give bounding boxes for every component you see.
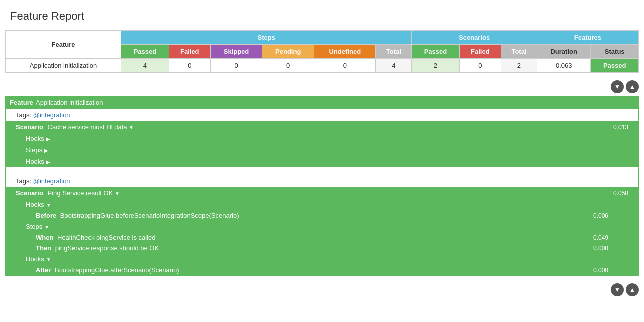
scenario-2-tag: @integration [33,178,70,185]
nav-down-button[interactable]: ▼ [611,80,624,94]
scenario-2-before-item: Before BootstrappingGlue.beforeScenarioI… [6,210,638,221]
scenario-2-after-duration: 0.000 [593,267,608,274]
feature-section: FeatureApplication initialization Tags: … [5,96,639,276]
col-steps-passed: Passed [121,45,169,59]
scenario-2-hooks-after-header[interactable]: Hooks [6,254,638,265]
col-steps-skipped: Skipped [210,45,262,59]
scenario-1-container: Tags: @integration Scenario Cache servic… [6,109,638,168]
col-steps-pending: Pending [262,45,314,59]
scenario-1-hooks-before-arrow [46,135,50,142]
cell-steps-failed: 0 [169,59,210,73]
cell-steps-passed: 4 [121,59,169,73]
group-scenarios: Scenarios [412,31,537,45]
scenario-2-hooks-after-arrow [46,256,51,263]
cell-duration: 0.063 [537,59,591,73]
scenario-1-hooks-before[interactable]: Hooks [6,133,638,144]
scenario-2-step-1: When HealthCheck pingService is called 0… [6,232,638,243]
scenario-2-tags-row: Tags: @integration [6,175,638,188]
scenario-1-title: Scenario Cache service must fill data [16,124,134,131]
scenario-2-step-2-keyword: Then [36,244,51,252]
col-steps-undefined: Undefined [314,45,376,59]
feature-label-keyword: Feature [10,99,33,106]
scenario-2-duration: 0.050 [613,190,628,197]
nav-up-button-bottom[interactable]: ▲ [626,284,639,296]
scenario-2-step-2: Then pingService response should be OK 0… [6,243,638,254]
scenario-2-steps-header[interactable]: Steps [6,221,638,232]
cell-sc-passed: 2 [412,59,459,73]
scenario-2-keyword: Scenario [16,190,43,197]
scenario-2-before-duration: 0.006 [593,212,608,220]
cell-steps-pending: 0 [262,59,314,73]
scenario-1-hooks-after-arrow [46,158,50,166]
col-feature-header: Feature [6,31,121,59]
cell-steps-undefined: 0 [314,59,376,73]
scenario-2-after-keyword: After [36,266,51,274]
scenario-2-step-1-text: When HealthCheck pingService is called [36,234,156,242]
feature-header: FeatureApplication initialization [6,96,638,109]
table-row: Application initialization 4 0 0 0 0 4 2… [6,59,639,73]
col-sc-passed: Passed [412,45,459,59]
cell-status: Passed [591,59,639,73]
scenario-1-steps[interactable]: Steps [6,144,638,156]
scenario-2-hooks-before-header[interactable]: Hooks [6,199,638,210]
scenario-1-steps-arrow [44,146,48,154]
page-title: Feature Report [5,5,639,30]
nav-up-button[interactable]: ▲ [626,80,639,94]
col-sc-failed: Failed [459,45,501,59]
group-steps: Steps [121,31,412,45]
cell-feature-name: Application initialization [6,59,121,73]
nav-down-button-bottom[interactable]: ▼ [611,284,624,296]
scenario-1-keyword: Scenario [16,124,43,131]
scenario-2-step-1-duration: 0.049 [593,234,608,242]
scenario-2-after-text: After BootstrappingGlue.afterScenario(Sc… [36,266,179,274]
scenario-2-step-2-text: Then pingService response should be OK [36,244,159,252]
scenario-1-tag: @integration [33,112,70,119]
col-status: Status [591,45,639,59]
scenario-2-steps-arrow [44,223,49,230]
feature-name: Application initialization [36,99,103,106]
col-steps-failed: Failed [169,45,210,59]
scenario-1-header[interactable]: Scenario Cache service must fill data 0.… [6,122,638,133]
scenario-1-duration: 0.013 [613,124,628,131]
scenario-2-container: Tags: @integration Scenario Ping Service… [6,175,638,276]
col-steps-total: Total [376,45,412,59]
scenario-2-title: Scenario Ping Service result OK [16,190,120,197]
scenario-2-step-1-keyword: When [36,234,53,242]
scenario-2-chevron [115,191,120,196]
scenario-2-step-2-duration: 0.000 [593,245,608,252]
cell-steps-total: 4 [376,59,412,73]
scenario-2-after-item: After BootstrappingGlue.afterScenario(Sc… [6,265,638,276]
group-features: Features [537,31,638,45]
nav-buttons-top: ▼ ▲ [5,80,639,94]
nav-buttons-bottom: ▼ ▲ [5,284,639,296]
col-sc-total: Total [501,45,537,59]
scenario-2-header[interactable]: Scenario Ping Service result OK 0.050 [6,188,638,199]
scenario-gap [6,168,638,175]
scenario-1-chevron [129,125,134,130]
scenario-1-tags-row: Tags: @integration [6,109,638,122]
scenario-2-hooks-before-arrow [46,201,51,208]
report-table: Feature Steps Scenarios Features Passed … [5,30,639,73]
cell-sc-failed: 0 [459,59,501,73]
cell-sc-total: 2 [501,59,537,73]
col-duration: Duration [537,45,591,59]
cell-steps-skipped: 0 [210,59,262,73]
scenario-2-before-keyword: Before [36,212,56,220]
scenario-2-before-text: Before BootstrappingGlue.beforeScenarioI… [36,212,239,220]
scenario-1-hooks-after[interactable]: Hooks [6,156,638,168]
